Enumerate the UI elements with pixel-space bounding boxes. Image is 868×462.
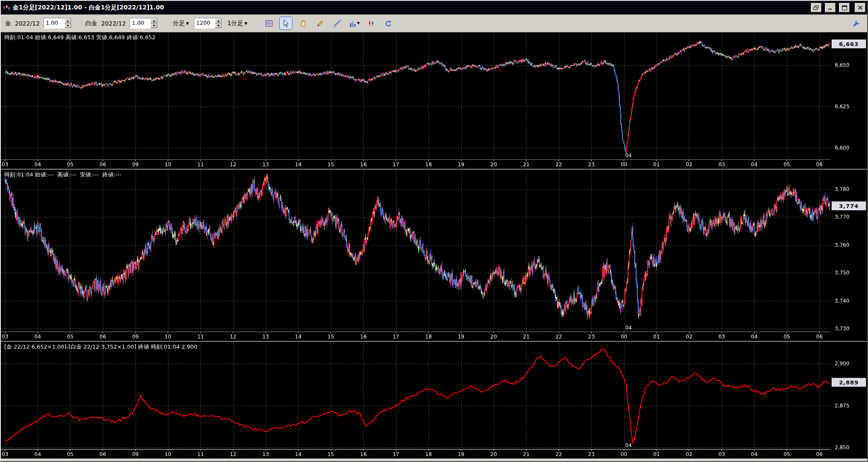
gold-chart-canvas[interactable] xyxy=(1,32,867,169)
bar-count-up-button[interactable]: ▲ xyxy=(215,18,222,23)
bar-count-down-button[interactable]: ▼ xyxy=(215,23,222,29)
gold-info-line: 時刻:01:04 始値:6,649 高値:6,653 安値:6,649 終値:6… xyxy=(4,34,156,41)
platinum-info-line: 時刻:01:04 始値:--- 高値:--- 安値:--- 終値:--- xyxy=(4,171,122,179)
refresh-button[interactable] xyxy=(382,17,395,30)
window-title: 金1分足[2022/12]1.00 - 白金1分足[2022/12]1.00 xyxy=(13,4,807,12)
close-button[interactable] xyxy=(855,3,865,12)
platinum-multiplier-down-button[interactable]: ▼ xyxy=(150,23,157,29)
candle-chart-icon xyxy=(367,20,375,27)
platinum-contract-select[interactable]: 2022/12 xyxy=(101,20,126,27)
maximize-icon xyxy=(842,6,847,10)
bar-count-arrows: ▲ ▼ xyxy=(215,18,222,28)
gold-multiplier-down-button[interactable]: ▼ xyxy=(64,23,71,29)
platinum-multiplier-spinner[interactable]: 1.00 ▲ ▼ xyxy=(130,18,158,29)
bar-chart-icon xyxy=(349,20,356,27)
cursor-icon xyxy=(282,20,290,27)
platinum-multiplier-value[interactable]: 1.00 xyxy=(130,18,150,28)
float-window-icon xyxy=(813,6,819,10)
settings-button[interactable] xyxy=(850,17,863,30)
trendline-tool-button[interactable] xyxy=(330,17,344,30)
minimize-button[interactable] xyxy=(825,3,836,12)
pencil-tool-button[interactable] xyxy=(313,17,327,30)
spread-info-line: [金 22/12 6,652×1.00]-[白金 22/12 3,752×1.0… xyxy=(4,343,197,351)
maximize-button[interactable] xyxy=(839,3,850,12)
gold-last-price-badge: 6,663 xyxy=(832,40,866,48)
bar-count-spinner[interactable]: 1200 ▲ ▼ xyxy=(194,18,222,29)
charts-area: 時刻:01:04 始値:6,649 高値:6,653 安値:6,649 終値:6… xyxy=(1,32,867,459)
trendline-icon xyxy=(333,20,341,27)
refresh-icon xyxy=(385,20,392,27)
platinum-multiplier-arrows: ▲ ▼ xyxy=(150,18,157,28)
pan-tool-button[interactable] xyxy=(296,17,310,30)
chevron-down-icon[interactable]: ▼ xyxy=(244,21,247,26)
wrench-icon xyxy=(853,20,860,27)
chart-settings-button[interactable] xyxy=(262,17,275,30)
hand-icon xyxy=(299,20,307,27)
candle-chart-button[interactable] xyxy=(365,17,378,30)
platinum-label: 白金 xyxy=(85,20,97,27)
spread-last-price-badge: 2,889 xyxy=(832,378,866,387)
platinum-chart-canvas[interactable] xyxy=(1,170,867,341)
chevron-down-icon[interactable]: ▼ xyxy=(186,21,189,26)
bar-type-combo[interactable]: 分足 ▼ xyxy=(171,19,190,28)
interval-value: 1分足 xyxy=(227,20,243,27)
bar-count-value[interactable]: 1200 xyxy=(194,18,215,28)
gold-label: 金 xyxy=(5,20,11,27)
platinum-last-price-badge: 3,774 xyxy=(832,202,866,210)
chevron-down-icon[interactable]: ▼ xyxy=(357,21,360,25)
platinum-chart-panel: 時刻:01:04 始値:--- 高値:--- 安値:--- 終値:--- 3,7… xyxy=(1,170,867,341)
bar-type-value: 分足 xyxy=(173,20,185,27)
gold-contract-select[interactable]: 2022/12 xyxy=(15,20,40,27)
chart-settings-icon xyxy=(265,20,273,27)
gold-multiplier-up-button[interactable]: ▲ xyxy=(64,18,71,23)
title-bar: 金1分足[2022/12]1.00 - 白金1分足[2022/12]1.00 xyxy=(1,1,867,14)
gold-chart-panel: 時刻:01:04 始値:6,649 高値:6,653 安値:6,649 終値:6… xyxy=(1,32,867,169)
close-icon xyxy=(858,6,863,10)
platinum-multiplier-up-button[interactable]: ▲ xyxy=(150,18,157,23)
pencil-icon xyxy=(316,20,324,27)
toolbar: 金 2022/12 1.00 ▲ ▼ 白金 2022/12 1.00 ▲ ▼ 分… xyxy=(1,14,867,32)
window-bottom-edge xyxy=(1,459,867,461)
interval-combo[interactable]: 1分足 ▼ xyxy=(226,19,249,28)
minimize-icon xyxy=(828,6,833,10)
app-window: 金1分足[2022/12]1.00 - 白金1分足[2022/12]1.00 xyxy=(0,0,868,462)
gold-multiplier-spinner[interactable]: 1.00 ▲ ▼ xyxy=(43,18,72,29)
spread-chart-canvas[interactable] xyxy=(1,342,867,459)
gold-multiplier-value[interactable]: 1.00 xyxy=(44,18,64,28)
spread-chart-panel: [金 22/12 6,652×1.00]-[白金 22/12 3,752×1.0… xyxy=(1,342,867,459)
float-window-button[interactable] xyxy=(811,3,822,12)
select-tool-button[interactable] xyxy=(279,17,292,30)
indicator-chart-button[interactable]: ▼ xyxy=(347,17,361,30)
gold-multiplier-arrows: ▲ ▼ xyxy=(64,18,71,28)
candlestick-chart-icon xyxy=(3,4,10,12)
